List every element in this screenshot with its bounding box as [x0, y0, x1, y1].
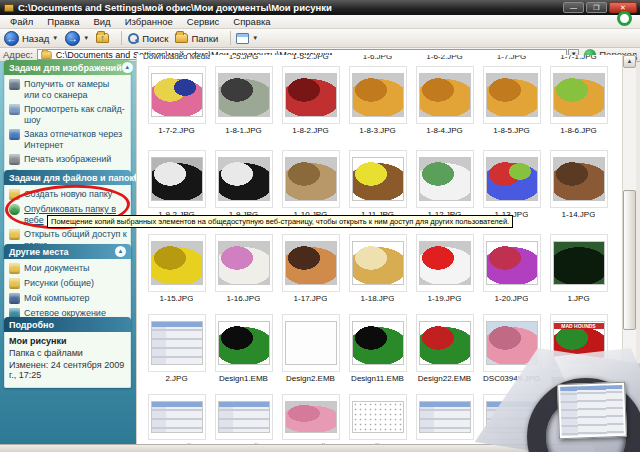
details-header[interactable]: Подробно [4, 317, 131, 332]
thumbnail-frame[interactable] [550, 66, 608, 124]
file-thumbnail-10.JPG[interactable]: 10.JPG [478, 394, 545, 451]
other-place-item[interactable]: Рисунки (общие) [9, 278, 127, 289]
views-button[interactable]: ▼ [236, 33, 258, 44]
picture-task-item[interactable]: Просмотреть как слайд-шоу [9, 104, 127, 125]
scroll-down-icon[interactable]: ▼ [623, 431, 636, 444]
file-thumbnail-1-8-6.JPG[interactable]: 1-8-6.JPG [545, 66, 612, 135]
thumbnail-frame[interactable] [550, 150, 608, 208]
file-thumbnail-1-13.JPG[interactable]: 1-13.JPG [478, 150, 545, 219]
file-thumbnail-1-8-2.JPG[interactable]: 1-8-2.JPG [277, 66, 344, 135]
file-thumbnail-1.JPG[interactable]: 1.JPG [545, 234, 612, 303]
menu-item-вид[interactable]: Вид [87, 15, 116, 28]
thumbnail-frame[interactable] [215, 394, 273, 440]
file-thumbnail-2.JPG[interactable]: 2.JPG [143, 314, 210, 383]
file-thumbnail-Design11.EMB[interactable]: Design11.EMB [344, 314, 411, 383]
thumbnail-frame[interactable] [416, 234, 474, 292]
file-thumbnail-1-20.JPG[interactable]: 1-20.JPG [478, 234, 545, 303]
file-thumbnail-Безымянный.bmp[interactable]: Безымянный.bmp [210, 394, 277, 451]
thumbnail-frame[interactable] [148, 66, 206, 124]
thumbnail-frame[interactable] [349, 394, 407, 440]
minimize-button[interactable]: — [563, 2, 584, 13]
file-thumbnail-Design2.EMB[interactable]: Design2.EMB [277, 314, 344, 383]
file-thumbnail-1-9.JPG[interactable]: 1-9.JPG [210, 150, 277, 219]
other-place-item[interactable]: Мои документы [9, 263, 127, 274]
scroll-up-icon[interactable]: ▲ [623, 55, 636, 68]
file-thumbnail-1-8-4.JPG[interactable]: 1-8-4.JPG [411, 66, 478, 135]
menu-item-сервис[interactable]: Сервис [181, 15, 226, 28]
file-thumbnail-1-8-3.JPG[interactable]: 1-8-3.JPG [344, 66, 411, 135]
thumbnail-frame[interactable] [416, 314, 474, 372]
thumbnail-frame[interactable] [483, 314, 541, 372]
file-thumbnail-1-14.JPG[interactable]: 1-14.JPG [545, 150, 612, 219]
vertical-scrollbar[interactable]: ▲ ▼ [622, 55, 636, 444]
thumbnail-frame[interactable] [148, 394, 206, 440]
menu-item-файл[interactable]: Файл [4, 15, 39, 28]
thumbnail-frame[interactable] [148, 314, 206, 372]
search-button[interactable]: Поиск [127, 32, 168, 44]
views-dropdown-icon[interactable]: ▼ [252, 35, 258, 41]
collapse-chevron-icon[interactable]: ▲ [122, 62, 133, 73]
thumbnail-frame[interactable] [215, 66, 273, 124]
thumbnail-frame[interactable] [215, 150, 273, 208]
file-thumbnail-1-8-1.JPG[interactable]: 1-8-1.JPG [210, 66, 277, 135]
file-thumbnail-1-9-2.JPG[interactable]: 1-9-2.JPG [143, 150, 210, 219]
thumbnail-frame[interactable] [416, 150, 474, 208]
file-thumbnail-1-8-5.JPG[interactable]: 1-8-5.JPG [478, 66, 545, 135]
thumbnail-frame[interactable] [416, 394, 474, 440]
thumbnail-frame[interactable] [148, 234, 206, 292]
forward-button[interactable]: → ▼ [65, 31, 89, 46]
thumbnail-frame[interactable] [215, 314, 273, 372]
thumbnail-frame[interactable] [349, 314, 407, 372]
file-thumbnail-1-11.JPG[interactable]: 1-11.JPG [344, 150, 411, 219]
menu-item-справка[interactable]: Справка [227, 15, 276, 28]
picture-task-item[interactable]: Заказ отпечатков через Интернет [9, 129, 127, 150]
file-thumbnail-1-7-2.JPG[interactable]: 1-7-2.JPG [143, 66, 210, 135]
file-thumbnail-новый-1.cpt[interactable]: новый-1.cpt [344, 394, 411, 451]
thumbnail-frame[interactable] [416, 66, 474, 124]
file-thumbnail-Design22.EMB[interactable]: Design22.EMB [411, 314, 478, 383]
thumbnail-frame[interactable] [282, 394, 340, 440]
other-place-item[interactable]: Мой компьютер [9, 293, 127, 304]
collapse-chevron-icon[interactable]: ▲ [115, 246, 126, 257]
maximize-button[interactable]: ❐ [586, 2, 607, 13]
thumbnail-frame[interactable] [483, 150, 541, 208]
thumbnail-frame[interactable] [148, 150, 206, 208]
thumbnail-frame[interactable] [349, 234, 407, 292]
menu-item-избранное[interactable]: Избранное [119, 15, 179, 28]
file-thumbnail-1-10.JPG[interactable]: 1-10.JPG [277, 150, 344, 219]
file-thumbnail-1-16.JPG[interactable]: 1-16.JPG [210, 234, 277, 303]
back-dropdown-icon[interactable]: ▼ [52, 35, 58, 41]
thumbnail-frame[interactable] [550, 234, 608, 292]
picture-task-item[interactable]: Получить от камеры или со сканера [9, 79, 127, 100]
file-thumbnail-1-17.JPG[interactable]: 1-17.JPG [277, 234, 344, 303]
thumbnail-frame[interactable] [349, 66, 407, 124]
thumbnail-frame[interactable] [282, 66, 340, 124]
file-thumbnail-9.JPG[interactable]: 9.JPG [411, 394, 478, 451]
other-places-header[interactable]: Другие места ▲ [4, 244, 131, 259]
up-button[interactable]: ↑ [96, 33, 109, 43]
thumbnail-frame[interactable] [483, 234, 541, 292]
file-thumbnail-Безымянный2.bmp[interactable]: Безымянный2.bmp [143, 394, 210, 451]
thumbnail-frame[interactable] [483, 394, 541, 440]
picture-task-item[interactable]: Печать изображений [9, 154, 127, 165]
back-button[interactable]: ← Назад ▼ [4, 31, 58, 46]
thumbnail-frame[interactable] [483, 66, 541, 124]
file-thumbnail-gonchaya.EMB[interactable]: MAD HOUNDSgonchaya.EMB [545, 314, 612, 383]
forward-dropdown-icon[interactable]: ▼ [83, 35, 89, 41]
file-thumbnail-Безымянный.JPG[interactable]: Безымянный.JPG [277, 394, 344, 451]
thumbnail-frame[interactable] [215, 234, 273, 292]
file-thumbnail-1-19.JPG[interactable]: 1-19.JPG [411, 234, 478, 303]
menu-item-правка[interactable]: Правка [41, 15, 85, 28]
thumbnail-frame[interactable] [282, 314, 340, 372]
file-thumbnail-Design1.EMB[interactable]: Design1.EMB [210, 314, 277, 383]
file-thumbnail-1-12.JPG[interactable]: 1-12.JPG [411, 150, 478, 219]
file-tasks-header[interactable]: Задачи для файлов и папок ▲ [4, 170, 131, 185]
thumbnail-frame[interactable] [349, 150, 407, 208]
file-thumbnail-1-15.JPG[interactable]: 1-15.JPG [143, 234, 210, 303]
scrollbar-thumb[interactable] [623, 190, 636, 330]
folders-button[interactable]: Папки [175, 33, 218, 44]
thumbnail-frame[interactable]: MAD HOUNDS [550, 314, 608, 372]
thumbnail-frame[interactable] [282, 150, 340, 208]
file-thumbnail-DSC03949.JPG[interactable]: DSC03949.JPG [478, 314, 545, 383]
thumbnail-frame[interactable] [282, 234, 340, 292]
